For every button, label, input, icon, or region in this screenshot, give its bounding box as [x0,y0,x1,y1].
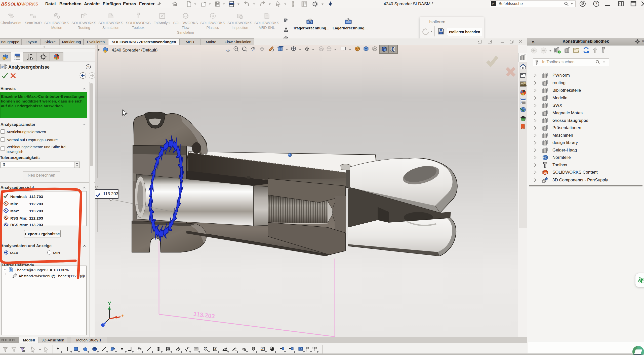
svg-text:A: A [261,348,263,350]
svg-text:ΔS: ΔS [1,1,8,7]
svg-text:4240 Spreader (Default): 4240 Spreader (Default) [112,48,157,53]
svg-text:xxx: xxx [235,350,237,351]
svg-text:113.203: 113.203 [103,191,118,196]
svg-text:SOLIDWORKS: SOLIDWORKS [8,2,38,7]
svg-text:N: N [205,348,206,350]
svg-text:SW: SW [544,172,547,174]
svg-text:?: ? [87,65,89,69]
svg-text:?: ? [595,2,597,6]
svg-text:A: A [214,347,216,350]
